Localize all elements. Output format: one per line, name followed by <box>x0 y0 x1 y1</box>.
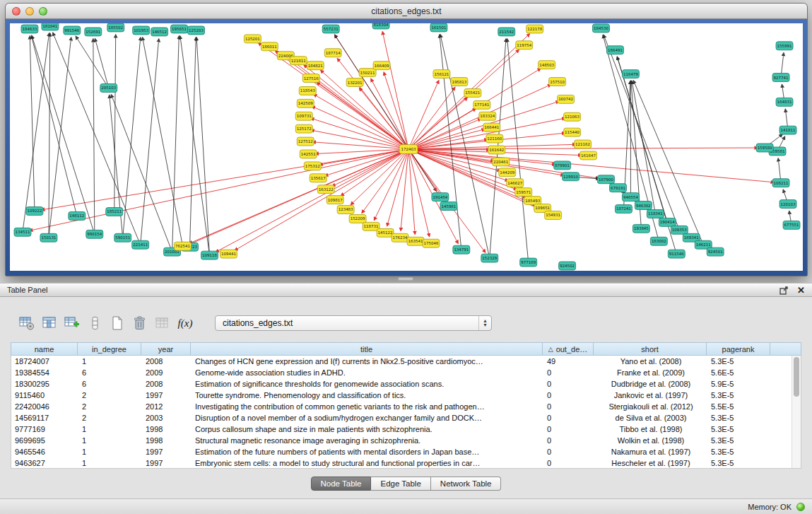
graph-node[interactable]: 121811 <box>290 57 307 65</box>
column-header-pagerank[interactable]: pagerank <box>707 342 770 356</box>
column-header-year[interactable]: year <box>141 342 191 356</box>
graph-node[interactable]: 166409 <box>373 62 390 70</box>
column-header-out-de-[interactable]: △out_de… <box>543 342 594 356</box>
graph-node[interactable]: 186011 <box>261 42 278 51</box>
graph-node[interactable]: 161642 <box>488 146 505 154</box>
scrollbar-thumb[interactable] <box>794 357 799 397</box>
graph-node[interactable]: 177141 <box>473 100 490 109</box>
graph-node[interactable]: 160742 <box>558 95 575 103</box>
graph-node[interactable]: 109353 <box>671 226 688 234</box>
table-vertical-scrollbar[interactable] <box>792 356 801 468</box>
graph-node[interactable]: 924502 <box>559 262 576 270</box>
graph-node[interactable]: 144209 <box>499 168 516 177</box>
graph-node[interactable]: 121162 <box>575 140 592 148</box>
graph-node[interactable]: 109222 <box>26 207 43 216</box>
graph-node[interactable]: 187900 <box>598 175 615 184</box>
graph-node[interactable]: 191454 <box>432 193 449 201</box>
table-row[interactable]: 1830029562008Estimation of significance … <box>11 378 801 390</box>
graph-node[interactable]: 134511 <box>14 228 31 236</box>
graph-node[interactable]: 121063 <box>564 112 581 121</box>
graph-node[interactable]: 193845 <box>632 224 649 233</box>
graph-node[interactable]: 677551 <box>783 221 800 229</box>
graph-node[interactable]: 195813 <box>451 78 468 86</box>
graph-node[interactable]: 927741 <box>772 74 789 82</box>
graph-node[interactable]: 557231 <box>322 25 339 33</box>
graph-node[interactable]: 115440 <box>564 128 581 136</box>
graph-node[interactable]: 977169 <box>520 258 537 267</box>
graph-node[interactable]: 119754 <box>516 41 533 49</box>
graph-node[interactable]: 879901 <box>554 161 571 170</box>
graph-node[interactable]: 129910 <box>563 173 579 181</box>
graph-node[interactable]: 176234 <box>392 233 408 242</box>
graph-node[interactable]: 187241 <box>615 205 632 214</box>
graph-node[interactable]: 190414 <box>659 218 676 226</box>
graph-node[interactable]: 185502 <box>107 23 124 32</box>
graph-node[interactable]: 762541 <box>175 242 192 250</box>
table-row[interactable]: 977716911998Corpus callosum shape and si… <box>11 424 801 435</box>
graph-node[interactable]: 911546 <box>668 250 685 258</box>
graph-node[interactable]: 184633 <box>21 25 38 33</box>
graph-node[interactable]: 184821 <box>307 62 324 70</box>
memory-ok-indicator-icon[interactable] <box>796 503 805 511</box>
network-canvas[interactable]: 1724031848211275161185431425091097311251… <box>10 23 803 271</box>
graph-node[interactable]: 152209 <box>349 214 366 223</box>
close-window-button[interactable] <box>12 7 20 16</box>
graph-node[interactable]: 164831 <box>776 98 793 106</box>
graph-node[interactable]: 181641 <box>42 23 59 30</box>
zoom-window-button[interactable] <box>39 7 47 16</box>
graph-node[interactable]: 195651 <box>171 25 188 33</box>
graph-node[interactable]: 946362 <box>635 201 652 210</box>
create-column-button[interactable] <box>64 315 81 332</box>
table-row[interactable]: 946554611997Estimation of the future num… <box>11 446 801 457</box>
panel-splitter[interactable] <box>398 277 413 281</box>
column-header-in-degree[interactable]: in_degree <box>78 342 141 356</box>
graph-node[interactable]: 161501 <box>430 23 447 32</box>
graph-node[interactable]: 125203 <box>188 26 205 35</box>
graph-node[interactable]: 990154 <box>86 230 103 238</box>
graph-node[interactable]: 148112 <box>69 211 86 220</box>
graph-node[interactable]: 152691 <box>85 28 102 36</box>
delete-table-button[interactable] <box>131 315 148 332</box>
graph-node[interactable]: 185493 <box>524 197 541 205</box>
graph-node[interactable]: 187714 <box>324 49 341 57</box>
graph-node[interactable]: 127512 <box>297 137 314 146</box>
table-selector-dropdown[interactable]: citations_edges.txt ▲▼ <box>215 315 492 331</box>
show-columns-button[interactable] <box>41 315 58 332</box>
table-mode-button[interactable] <box>18 315 35 332</box>
graph-node[interactable]: 184530 <box>593 24 610 33</box>
graph-node[interactable]: 183002 <box>650 237 667 245</box>
table-row[interactable]: 969969511998Structural magnetic resonanc… <box>11 435 801 446</box>
graph-node[interactable]: 205103 <box>100 84 117 93</box>
graph-node[interactable]: 166441 <box>483 123 500 132</box>
graph-node[interactable]: 135617 <box>310 174 326 182</box>
graph-node[interactable]: 134791 <box>453 245 470 254</box>
graph-node[interactable]: 991546 <box>64 26 81 35</box>
graph-node[interactable]: 125201 <box>244 35 261 43</box>
new-table-button[interactable] <box>109 315 126 332</box>
graph-node[interactable]: 109731 <box>295 112 312 120</box>
graph-node[interactable]: 157510 <box>549 78 566 86</box>
graph-node[interactable]: 163541 <box>407 237 424 245</box>
graph-node[interactable]: 150211 <box>359 69 376 77</box>
graph-node[interactable]: 154931 <box>545 211 562 219</box>
graph-node[interactable]: 142551 <box>300 150 317 158</box>
graph-node[interactable]: 161647 <box>580 151 597 160</box>
graph-node[interactable]: 159571 <box>515 188 532 197</box>
graph-node[interactable]: 156121 <box>433 70 450 78</box>
graph-node[interactable]: 108211 <box>772 179 789 187</box>
graph-node[interactable]: 120103 <box>779 200 796 209</box>
graph-node[interactable]: 116479 <box>622 70 639 78</box>
function-builder-button[interactable]: f(x) <box>177 315 194 332</box>
table-row[interactable]: 1456911722003Disruption of a novel membe… <box>11 412 801 424</box>
graph-node[interactable]: 141811 <box>779 126 796 134</box>
tab-edge-table[interactable]: Edge Table <box>371 477 430 491</box>
graph-node[interactable]: 109441 <box>220 250 237 258</box>
graph-node[interactable]: 946554 <box>622 193 639 201</box>
graph-node[interactable]: 220461 <box>493 158 510 166</box>
graph-node[interactable]: 186491 <box>606 46 623 54</box>
graph-node[interactable]: 185211 <box>106 208 123 216</box>
graph-node[interactable]: 142509 <box>297 99 314 107</box>
graph-node[interactable]: 118543 <box>299 86 316 95</box>
graph-node[interactable]: 159580 <box>756 144 773 152</box>
tab-network-table[interactable]: Network Table <box>431 477 502 491</box>
